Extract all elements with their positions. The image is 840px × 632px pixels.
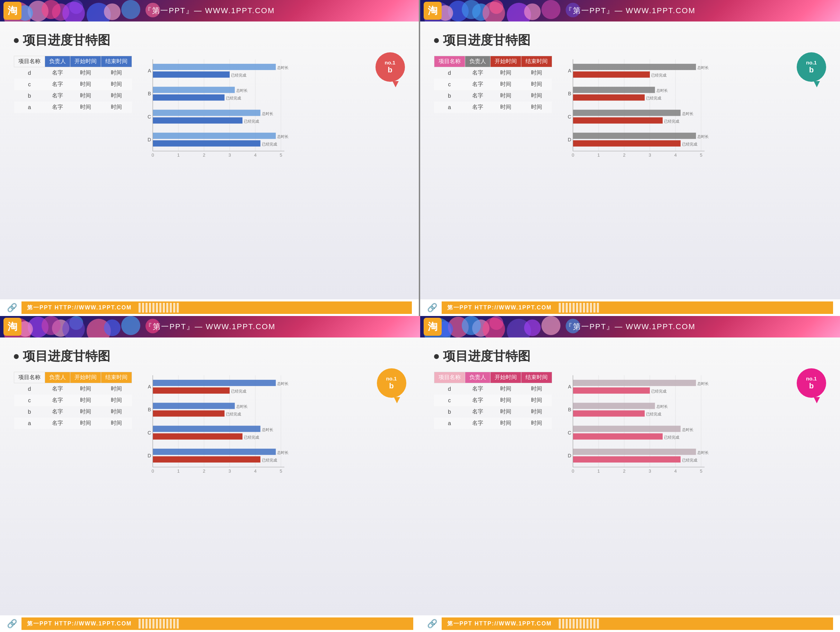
svg-text:1: 1 <box>597 152 600 158</box>
logo: 淘 <box>3 2 22 20</box>
svg-text:1: 1 <box>597 468 600 474</box>
slide-header: 淘 『第一PPT』— WWW.1PPT.COM <box>0 0 419 22</box>
svg-rect-88 <box>153 433 243 440</box>
footer-bar: 第一PPT HTTP://WWW.1PPT.COM <box>442 302 834 314</box>
svg-rect-59 <box>573 94 645 101</box>
slide-header: 淘 『第一PPT』— WWW.1PPT.COM <box>420 0 840 22</box>
header-bg: 淘 『第一PPT』— WWW.1PPT.COM <box>0 316 420 338</box>
title-text: 项目进度甘特图 <box>23 32 110 49</box>
svg-rect-18 <box>153 110 261 116</box>
slide-content: 项目进度甘特图 项目名称负责人开始时间结束时间 d名字时间时间c名字时间时间b名… <box>420 338 840 615</box>
footer-icon: 🔗 <box>7 303 17 313</box>
svg-text:已经完成: 已经完成 <box>231 389 246 393</box>
svg-rect-81 <box>153 449 276 455</box>
footer-stripes <box>559 303 599 313</box>
slide-title: 项目进度甘特图 <box>14 32 405 49</box>
svg-text:总时长: 总时长 <box>277 450 289 455</box>
svg-rect-93 <box>153 410 224 417</box>
title-text: 项目进度甘特图 <box>443 348 531 365</box>
footer-text: 第一PPT HTTP://WWW.1PPT.COM <box>447 304 552 311</box>
gantt-table: 项目名称负责人开始时间结束时间 d名字时间时间c名字时间时间b名字时间时间a名字… <box>434 372 552 429</box>
svg-text:A: A <box>568 68 571 73</box>
svg-rect-25 <box>153 94 224 101</box>
svg-rect-47 <box>573 133 696 139</box>
svg-text:2: 2 <box>203 468 205 474</box>
svg-text:4: 4 <box>674 152 676 158</box>
header-title: 『第一PPT』— WWW.1PPT.COM <box>565 6 696 16</box>
svg-text:1: 1 <box>177 468 180 474</box>
bubble-top: no.1 <box>806 376 817 381</box>
svg-text:已经完成: 已经完成 <box>646 412 661 416</box>
header-bg: 淘 『第一PPT』— WWW.1PPT.COM <box>0 0 419 22</box>
svg-text:0: 0 <box>572 152 574 158</box>
svg-text:总时长: 总时长 <box>697 450 709 455</box>
svg-text:5: 5 <box>700 468 702 474</box>
gantt-chart: 0 1 2 3 4 5 D 总时长 已经完成 C 总时长 <box>142 372 309 479</box>
gantt-table: 项目名称负责人开始时间结束时间 d名字时间时间c名字时间时间b名字时间时间a名字… <box>14 56 132 113</box>
svg-text:4: 4 <box>674 468 676 474</box>
svg-text:总时长: 总时长 <box>277 381 289 386</box>
logo: 淘 <box>3 318 22 336</box>
svg-text:C: C <box>567 114 571 120</box>
svg-text:B: B <box>568 91 571 96</box>
svg-text:4: 4 <box>254 468 256 474</box>
svg-text:总时长: 总时长 <box>697 381 709 386</box>
logo: 淘 <box>424 318 442 336</box>
svg-text:A: A <box>148 68 152 73</box>
svg-text:C: C <box>148 114 151 120</box>
bubble-bottom: b <box>389 381 393 390</box>
title-bullet <box>14 38 19 43</box>
footer-bar: 第一PPT HTTP://WWW.1PPT.COM <box>22 302 412 314</box>
bubble-top: no.1 <box>806 60 817 65</box>
svg-text:C: C <box>148 430 151 436</box>
svg-rect-54 <box>573 117 663 124</box>
svg-rect-132 <box>573 387 650 393</box>
svg-text:5: 5 <box>279 152 282 158</box>
footer-stripes <box>139 303 179 313</box>
svg-text:已经完成: 已经完成 <box>646 96 661 100</box>
svg-text:D: D <box>148 137 151 142</box>
svg-text:已经完成: 已经完成 <box>244 119 259 123</box>
bubble-bottom: b <box>809 65 814 74</box>
speech-bubble: no.1 b <box>797 52 826 82</box>
svg-text:已经完成: 已经完成 <box>226 96 241 100</box>
header-bg: 淘 『第一PPT』— WWW.1PPT.COM <box>420 0 840 22</box>
svg-rect-49 <box>573 140 681 147</box>
slide-content: 项目进度甘特图 项目名称负责人开始时间结束时间 d名字时间时间c名字时间时间b名… <box>0 22 419 299</box>
header-title: 『第一PPT』— WWW.1PPT.COM <box>565 322 696 332</box>
svg-text:总时长: 总时长 <box>262 112 273 116</box>
svg-text:4: 4 <box>254 152 256 158</box>
slide-3: 淘 『第一PPT』— WWW.1PPT.COM 项目进度甘特图 项目名称负责人开… <box>0 316 420 632</box>
slide-footer: 🔗 第一PPT HTTP://WWW.1PPT.COM <box>0 299 419 316</box>
svg-rect-83 <box>153 456 261 463</box>
svg-rect-86 <box>153 426 261 432</box>
svg-rect-122 <box>573 433 663 440</box>
svg-text:A: A <box>148 384 152 389</box>
gantt-chart: 0 1 2 3 4 5 D 总时长 已经完成 C 总时长 <box>142 56 309 163</box>
footer-icon: 🔗 <box>427 619 437 629</box>
speech-bubble: no.1 b <box>376 52 405 82</box>
svg-text:D: D <box>567 137 571 142</box>
svg-text:总时长: 总时长 <box>656 404 668 409</box>
svg-rect-57 <box>573 87 655 93</box>
svg-text:0: 0 <box>152 468 154 474</box>
svg-text:已经完成: 已经完成 <box>262 458 277 462</box>
speech-bubble: no.1 b <box>797 368 826 398</box>
slide-footer: 🔗 第一PPT HTTP://WWW.1PPT.COM <box>420 615 840 632</box>
svg-text:1: 1 <box>177 152 180 158</box>
svg-text:A: A <box>568 384 571 389</box>
svg-text:B: B <box>148 407 151 412</box>
svg-text:3: 3 <box>228 152 231 158</box>
title-bullet <box>434 38 439 43</box>
svg-text:总时长: 总时长 <box>656 88 668 93</box>
svg-rect-62 <box>573 64 696 70</box>
svg-text:3: 3 <box>228 468 231 474</box>
slide-header: 淘 『第一PPT』— WWW.1PPT.COM <box>0 316 420 338</box>
footer-text: 第一PPT HTTP://WWW.1PPT.COM <box>27 304 132 311</box>
svg-text:总时长: 总时长 <box>277 65 289 70</box>
svg-rect-117 <box>573 456 681 463</box>
slide-title: 项目进度甘特图 <box>434 32 826 49</box>
header-title: 『第一PPT』— WWW.1PPT.COM <box>144 6 275 16</box>
gantt-chart: 0 1 2 3 4 5 D 总时长 已经完成 C 总时长 <box>562 56 729 163</box>
svg-text:D: D <box>148 453 151 458</box>
